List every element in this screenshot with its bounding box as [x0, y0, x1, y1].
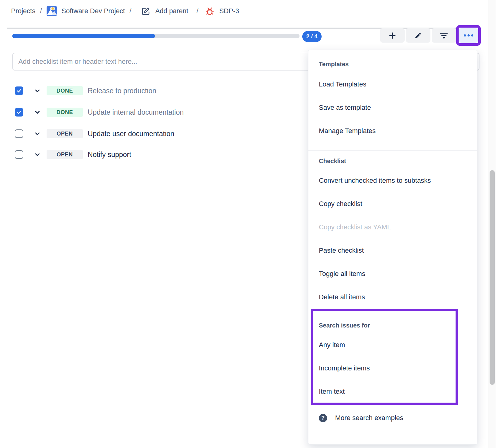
item-text[interactable]: Notify support [88, 151, 131, 159]
progress-bar-fill [12, 34, 155, 38]
menu-section-header-templates: Templates [319, 60, 349, 68]
edit-checklist-button[interactable] [406, 28, 430, 43]
filter-icon [440, 32, 448, 40]
filter-button[interactable] [432, 28, 456, 43]
breadcrumb-issue-key-link[interactable]: SDP-3 [219, 7, 239, 15]
edit-icon [141, 6, 151, 16]
project-avatar-icon [47, 6, 57, 16]
menu-item-copy-checklist[interactable]: Copy checklist [319, 200, 471, 208]
menu-item-item-text[interactable]: Item text [319, 387, 471, 396]
ellipsis-icon [464, 34, 473, 36]
vertical-scrollbar-thumb[interactable] [490, 170, 495, 385]
menu-item-convert-unchecked-to-subtasks[interactable]: Convert unchecked items to subtasks [319, 176, 471, 185]
breadcrumb-separator: / [197, 7, 198, 15]
chevron-down-icon [34, 130, 41, 137]
checklist-row: OPEN Notify support [15, 147, 131, 162]
breadcrumb: Projects / Software Dev Project / Add pa… [11, 5, 239, 17]
vertical-scrollbar-track[interactable] [488, 0, 496, 448]
item-text[interactable]: Release to production [88, 87, 156, 95]
menu-item-load-templates[interactable]: Load Templates [319, 80, 471, 89]
checklist-row: DONE Update internal documentation [15, 105, 184, 120]
progress-count-badge: 2 / 4 [302, 31, 322, 42]
checklist-row: OPEN Update user documentation [15, 126, 174, 141]
menu-item-toggle-all-items[interactable]: Toggle all items [319, 270, 471, 278]
chevron-down-icon [34, 151, 41, 158]
page: Projects / Software Dev Project / Add pa… [0, 0, 504, 448]
more-actions-button[interactable] [459, 28, 478, 43]
progress-bar [12, 34, 300, 38]
item-expand-chevron[interactable] [34, 87, 41, 94]
breadcrumb-project-link[interactable]: Software Dev Project [62, 7, 125, 15]
chevron-down-icon [34, 87, 41, 94]
item-checkbox-unchecked[interactable] [15, 150, 23, 159]
check-icon [16, 88, 22, 94]
status-badge[interactable]: DONE [47, 108, 83, 117]
menu-divider [308, 150, 477, 151]
menu-item-paste-checklist[interactable]: Paste checklist [319, 246, 471, 255]
breadcrumb-projects-link[interactable]: Projects [11, 7, 35, 15]
menu-item-any-item[interactable]: Any item [319, 341, 471, 349]
menu-item-delete-all-items[interactable]: Delete all items [319, 293, 471, 301]
check-icon [16, 109, 22, 115]
bug-icon [205, 6, 215, 16]
question-icon: ? [319, 414, 327, 422]
menu-item-more-search-examples[interactable]: ? More search examples [319, 412, 403, 424]
checklist-row: DONE Release to production [15, 83, 156, 98]
chevron-down-icon [34, 109, 41, 116]
breadcrumb-separator: / [40, 7, 42, 15]
status-badge[interactable]: OPEN [47, 150, 83, 159]
add-item-button[interactable] [380, 28, 405, 43]
status-badge[interactable]: OPEN [47, 129, 83, 138]
item-text[interactable]: Update user documentation [88, 130, 174, 138]
menu-item-incomplete-items[interactable]: Incomplete items [319, 364, 471, 373]
menu-section-header-search-issues-for: Search issues for [319, 321, 370, 330]
more-search-examples-label: More search examples [335, 414, 403, 422]
item-text[interactable]: Update internal documentation [88, 108, 184, 117]
pencil-icon [414, 32, 422, 39]
menu-item-save-as-template[interactable]: Save as template [319, 103, 471, 112]
breadcrumb-separator: / [129, 7, 131, 15]
plus-icon [388, 32, 396, 40]
item-checkbox-checked[interactable] [15, 108, 23, 117]
item-checkbox-checked[interactable] [15, 86, 23, 95]
more-actions-menu: Templates Load Templates Save as templat… [308, 50, 477, 445]
status-badge[interactable]: DONE [47, 86, 83, 95]
item-expand-chevron[interactable] [34, 109, 41, 116]
menu-section-header-checklist: Checklist [319, 157, 346, 165]
item-expand-chevron[interactable] [34, 151, 41, 158]
item-expand-chevron[interactable] [34, 130, 41, 137]
menu-item-manage-templates[interactable]: Manage Templates [319, 127, 471, 135]
item-checkbox-unchecked[interactable] [15, 129, 23, 138]
menu-item-copy-checklist-as-yaml: Copy checklist as YAML [319, 223, 471, 232]
breadcrumb-add-parent-button[interactable]: Add parent [155, 7, 188, 15]
